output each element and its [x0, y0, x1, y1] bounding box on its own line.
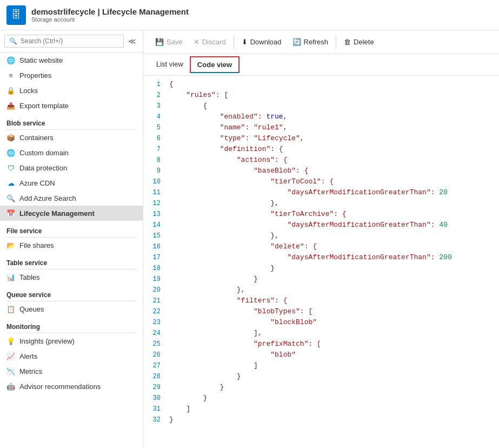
line-number: 23 — [143, 318, 169, 326]
sidebar-item-locks[interactable]: 🔒 Locks — [0, 83, 143, 98]
sidebar-item-label: Queues — [19, 305, 44, 313]
line-number: 22 — [143, 307, 169, 315]
export-icon: 📤 — [6, 101, 15, 110]
refresh-label: Refresh — [304, 38, 329, 46]
code-token: "actions": { — [169, 156, 287, 164]
code-line: 26 "blob" — [143, 351, 499, 361]
sidebar-search-bar: 🔍 ≪ — [0, 30, 143, 52]
line-number: 29 — [143, 383, 169, 391]
sidebar-item-azure-cdn[interactable]: ☁ Azure CDN — [0, 175, 143, 190]
line-content: } — [169, 372, 499, 380]
line-number: 17 — [143, 253, 169, 261]
tables-icon: 📊 — [6, 273, 15, 281]
metrics-icon: 📉 — [6, 367, 15, 375]
discard-button[interactable]: ✕ Discard — [188, 35, 231, 49]
line-number: 25 — [143, 340, 169, 348]
line-content: { — [169, 102, 499, 110]
download-button[interactable]: ⬇ Download — [236, 35, 287, 49]
toolbar-separator-1 — [234, 36, 234, 49]
sidebar-item-label: Alerts — [19, 352, 37, 360]
code-token: "prefixMatch": [ — [169, 340, 321, 348]
line-content: "actions": { — [169, 156, 499, 164]
line-number: 21 — [143, 297, 169, 305]
queues-icon: 📋 — [6, 305, 15, 313]
line-content: } — [169, 383, 499, 391]
code-token: }, — [169, 199, 279, 207]
code-token: } — [169, 372, 241, 380]
code-token: "blob" — [270, 351, 296, 359]
sidebar-item-static-website[interactable]: 🌐 Static website — [0, 52, 143, 68]
code-token: } — [169, 383, 224, 391]
discard-label: Discard — [202, 38, 226, 46]
code-token: ] — [169, 361, 258, 370]
sidebar-item-containers[interactable]: 📦 Containers — [0, 130, 143, 145]
code-line: 13 "tierToArchive": { — [143, 210, 499, 221]
sidebar-item-insights[interactable]: 💡 Insights (preview) — [0, 333, 143, 348]
sidebar-item-label: Lifecycle Management — [19, 209, 95, 218]
code-line: 11 "daysAfterModificationGreaterThan": 2… — [143, 188, 499, 199]
code-token: "type": — [169, 134, 254, 142]
custom-domain-icon: 🌐 — [6, 148, 15, 157]
header-subtitle: Storage account — [31, 16, 189, 23]
lifecycle-icon: 📅 — [6, 209, 15, 218]
line-number: 10 — [143, 177, 169, 186]
sidebar-item-lifecycle-management[interactable]: 📅 Lifecycle Management — [0, 206, 143, 221]
sidebar-item-tables[interactable]: 📊 Tables — [0, 269, 143, 285]
section-file-service: File service — [0, 221, 143, 237]
advisor-icon: 🤖 — [6, 382, 15, 391]
sidebar-item-custom-domain[interactable]: 🌐 Custom domain — [0, 145, 143, 160]
code-line: 31 ] — [143, 405, 499, 416]
sidebar-item-properties[interactable]: ≡ Properties — [0, 68, 143, 83]
alerts-icon: 📈 — [6, 352, 15, 360]
collapse-button[interactable]: ≪ — [126, 35, 138, 48]
code-line: 15 }, — [143, 232, 499, 242]
line-content: "tierToCool": { — [169, 177, 499, 186]
line-content: ] — [169, 361, 499, 370]
code-line: 29 } — [143, 383, 499, 394]
code-line: 10 "tierToCool": { — [143, 177, 499, 188]
tab-list-view[interactable]: List view — [150, 56, 190, 74]
code-line: 8 "actions": { — [143, 156, 499, 167]
code-line: 5 "name": "rule1", — [143, 123, 499, 134]
azure-cdn-icon: ☁ — [6, 179, 15, 187]
line-content: "enabled": true, — [169, 113, 499, 121]
line-content: } — [169, 416, 499, 424]
view-tabs: List view Code view — [143, 54, 499, 76]
line-number: 11 — [143, 188, 169, 196]
search-input[interactable] — [21, 37, 119, 45]
sidebar-item-alerts[interactable]: 📈 Alerts — [0, 348, 143, 364]
sidebar-item-label: Properties — [19, 71, 51, 80]
main-content: 💾 Save ✕ Discard ⬇ Download 🔄 Refresh 🗑 … — [143, 30, 499, 448]
tab-code-view[interactable]: Code view — [190, 56, 239, 73]
refresh-button[interactable]: 🔄 Refresh — [287, 35, 334, 49]
save-button[interactable]: 💾 Save — [150, 35, 188, 49]
sidebar-item-add-azure-search[interactable]: 🔍 Add Azure Search — [0, 190, 143, 206]
file-shares-icon: 📂 — [6, 241, 15, 249]
sidebar-item-metrics[interactable]: 📉 Metrics — [0, 364, 143, 379]
line-number: 4 — [143, 113, 169, 121]
line-number: 20 — [143, 286, 169, 294]
sidebar-item-advisor-recommendations[interactable]: 🤖 Advisor recommendations — [0, 379, 143, 394]
code-token: "filters": { — [169, 297, 287, 305]
line-content: } — [169, 394, 499, 402]
sidebar-item-file-shares[interactable]: 📂 File shares — [0, 238, 143, 253]
code-editor[interactable]: 1{2 "rules": [3 {4 "enabled": true,5 "na… — [143, 76, 499, 448]
sidebar-item-data-protection[interactable]: 🛡 Data protection — [0, 160, 143, 175]
sidebar-item-label: Export template — [19, 102, 69, 110]
sidebar-item-queues[interactable]: 📋 Queues — [0, 301, 143, 317]
delete-button[interactable]: 🗑 Delete — [338, 35, 380, 49]
line-content: "tierToArchive": { — [169, 210, 499, 218]
code-token — [169, 318, 270, 326]
sidebar-item-label: Advisor recommendations — [19, 383, 101, 391]
data-protection-icon: 🛡 — [6, 163, 15, 172]
code-line: 21 "filters": { — [143, 297, 499, 307]
search-box[interactable]: 🔍 — [4, 35, 124, 48]
line-content: ], — [169, 329, 499, 337]
code-line: 27 ] — [143, 361, 499, 372]
code-token: ], — [169, 329, 262, 337]
add-azure-search-icon: 🔍 — [6, 194, 15, 202]
sidebar-content: 🌐 Static website ≡ Properties 🔒 Locks 📤 … — [0, 52, 143, 448]
toolbar-separator-2 — [336, 36, 336, 49]
code-line: 12 }, — [143, 199, 499, 210]
sidebar-item-export-template[interactable]: 📤 Export template — [0, 98, 143, 113]
